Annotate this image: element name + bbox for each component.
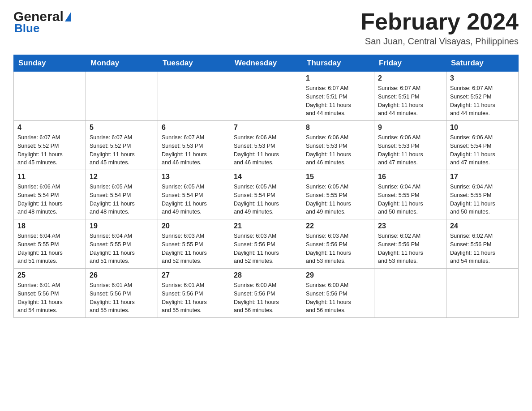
calendar-cell-w4-d6: 23Sunrise: 6:02 AMSunset: 5:56 PMDayligh… — [374, 219, 446, 269]
month-year-title: February 2024 — [360, 9, 519, 34]
week-row-1: 1Sunrise: 6:07 AMSunset: 5:51 PMDaylight… — [14, 72, 519, 121]
day-info-15: Sunrise: 6:05 AMSunset: 5:55 PMDaylight:… — [306, 183, 370, 216]
day-number-2: 2 — [378, 74, 442, 82]
calendar-cell-w2-d2: 5Sunrise: 6:07 AMSunset: 5:52 PMDaylight… — [86, 121, 158, 170]
day-info-18: Sunrise: 6:04 AMSunset: 5:55 PMDaylight:… — [17, 232, 82, 265]
title-area: February 2024 San Juan, Central Visayas,… — [360, 9, 519, 47]
col-header-thursday: Thursday — [302, 55, 374, 72]
day-number-10: 10 — [450, 124, 515, 132]
day-info-11: Sunrise: 6:06 AMSunset: 5:54 PMDaylight:… — [17, 183, 82, 216]
calendar-cell-w3-d4: 14Sunrise: 6:05 AMSunset: 5:54 PMDayligh… — [230, 170, 302, 219]
day-info-9: Sunrise: 6:06 AMSunset: 5:53 PMDaylight:… — [378, 133, 442, 167]
day-number-7: 7 — [234, 124, 298, 132]
day-info-22: Sunrise: 6:03 AMSunset: 5:56 PMDaylight:… — [306, 232, 370, 265]
calendar-cell-w4-d1: 18Sunrise: 6:04 AMSunset: 5:55 PMDayligh… — [14, 219, 86, 269]
calendar-cell-w5-d1: 25Sunrise: 6:01 AMSunset: 5:56 PMDayligh… — [14, 269, 86, 318]
day-info-24: Sunrise: 6:02 AMSunset: 5:56 PMDaylight:… — [450, 232, 515, 265]
calendar-cell-w3-d7: 17Sunrise: 6:04 AMSunset: 5:55 PMDayligh… — [446, 170, 519, 219]
calendar-cell-w1-d6: 2Sunrise: 6:07 AMSunset: 5:51 PMDaylight… — [374, 72, 446, 121]
day-info-12: Sunrise: 6:05 AMSunset: 5:54 PMDaylight:… — [90, 183, 154, 216]
week-row-3: 11Sunrise: 6:06 AMSunset: 5:54 PMDayligh… — [14, 170, 519, 219]
day-number-14: 14 — [234, 173, 298, 181]
calendar-cell-w2-d3: 6Sunrise: 6:07 AMSunset: 5:53 PMDaylight… — [158, 121, 230, 170]
day-number-11: 11 — [17, 173, 82, 181]
day-info-2: Sunrise: 6:07 AMSunset: 5:51 PMDaylight:… — [378, 84, 442, 118]
calendar-cell-w1-d7: 3Sunrise: 6:07 AMSunset: 5:52 PMDaylight… — [446, 72, 519, 121]
col-header-monday: Monday — [86, 55, 158, 72]
calendar-cell-w4-d5: 22Sunrise: 6:03 AMSunset: 5:56 PMDayligh… — [302, 219, 374, 269]
logo-arrow-icon — [65, 12, 71, 21]
calendar-cell-w3-d6: 16Sunrise: 6:04 AMSunset: 5:55 PMDayligh… — [374, 170, 446, 219]
calendar-header-row: Sunday Monday Tuesday Wednesday Thursday… — [14, 55, 519, 72]
day-number-8: 8 — [306, 124, 370, 132]
day-number-23: 23 — [378, 222, 442, 230]
day-info-8: Sunrise: 6:06 AMSunset: 5:53 PMDaylight:… — [306, 133, 370, 167]
day-number-20: 20 — [162, 222, 226, 230]
day-info-26: Sunrise: 6:01 AMSunset: 5:56 PMDaylight:… — [90, 281, 154, 315]
day-info-23: Sunrise: 6:02 AMSunset: 5:56 PMDaylight:… — [378, 232, 442, 265]
day-number-17: 17 — [450, 173, 515, 181]
day-number-29: 29 — [306, 271, 370, 279]
calendar-cell-w1-d2 — [86, 72, 158, 121]
calendar-cell-w1-d3 — [158, 72, 230, 121]
day-number-24: 24 — [450, 222, 515, 230]
calendar-cell-w2-d4: 7Sunrise: 6:06 AMSunset: 5:53 PMDaylight… — [230, 121, 302, 170]
calendar-cell-w1-d1 — [14, 72, 86, 121]
day-info-28: Sunrise: 6:00 AMSunset: 5:56 PMDaylight:… — [234, 281, 298, 315]
day-number-19: 19 — [90, 222, 154, 230]
day-number-16: 16 — [378, 173, 442, 181]
calendar-cell-w3-d1: 11Sunrise: 6:06 AMSunset: 5:54 PMDayligh… — [14, 170, 86, 219]
day-info-17: Sunrise: 6:04 AMSunset: 5:55 PMDaylight:… — [450, 183, 515, 216]
day-info-29: Sunrise: 6:00 AMSunset: 5:56 PMDaylight:… — [306, 281, 370, 315]
day-info-20: Sunrise: 6:03 AMSunset: 5:55 PMDaylight:… — [162, 232, 226, 265]
calendar-cell-w2-d1: 4Sunrise: 6:07 AMSunset: 5:52 PMDaylight… — [14, 121, 86, 170]
calendar-cell-w5-d7 — [446, 269, 519, 318]
col-header-wednesday: Wednesday — [230, 55, 302, 72]
week-row-2: 4Sunrise: 6:07 AMSunset: 5:52 PMDaylight… — [14, 121, 519, 170]
calendar-cell-w3-d3: 13Sunrise: 6:05 AMSunset: 5:54 PMDayligh… — [158, 170, 230, 219]
calendar-cell-w2-d7: 10Sunrise: 6:06 AMSunset: 5:54 PMDayligh… — [446, 121, 519, 170]
day-number-9: 9 — [378, 124, 442, 132]
day-number-12: 12 — [90, 173, 154, 181]
calendar-cell-w5-d3: 27Sunrise: 6:01 AMSunset: 5:56 PMDayligh… — [158, 269, 230, 318]
day-info-1: Sunrise: 6:07 AMSunset: 5:51 PMDaylight:… — [306, 84, 370, 118]
day-number-25: 25 — [17, 271, 82, 279]
calendar-cell-w5-d2: 26Sunrise: 6:01 AMSunset: 5:56 PMDayligh… — [86, 269, 158, 318]
col-header-friday: Friday — [374, 55, 446, 72]
calendar-cell-w2-d6: 9Sunrise: 6:06 AMSunset: 5:53 PMDaylight… — [374, 121, 446, 170]
day-info-6: Sunrise: 6:07 AMSunset: 5:53 PMDaylight:… — [162, 133, 226, 167]
logo: General Blue — [13, 9, 71, 35]
calendar-cell-w3-d2: 12Sunrise: 6:05 AMSunset: 5:54 PMDayligh… — [86, 170, 158, 219]
day-number-15: 15 — [306, 173, 370, 181]
page-header: General Blue February 2024 San Juan, Cen… — [13, 9, 519, 47]
week-row-5: 25Sunrise: 6:01 AMSunset: 5:56 PMDayligh… — [14, 269, 519, 318]
day-info-4: Sunrise: 6:07 AMSunset: 5:52 PMDaylight:… — [17, 133, 82, 167]
calendar-cell-w4-d2: 19Sunrise: 6:04 AMSunset: 5:55 PMDayligh… — [86, 219, 158, 269]
day-info-25: Sunrise: 6:01 AMSunset: 5:56 PMDaylight:… — [17, 281, 82, 315]
day-info-3: Sunrise: 6:07 AMSunset: 5:52 PMDaylight:… — [450, 84, 515, 118]
day-number-18: 18 — [17, 222, 82, 230]
col-header-saturday: Saturday — [446, 55, 519, 72]
calendar-table: Sunday Monday Tuesday Wednesday Thursday… — [13, 55, 519, 318]
calendar-cell-w2-d5: 8Sunrise: 6:06 AMSunset: 5:53 PMDaylight… — [302, 121, 374, 170]
day-info-27: Sunrise: 6:01 AMSunset: 5:56 PMDaylight:… — [162, 281, 226, 315]
day-info-14: Sunrise: 6:05 AMSunset: 5:54 PMDaylight:… — [234, 183, 298, 216]
day-number-5: 5 — [90, 124, 154, 132]
day-number-4: 4 — [17, 124, 82, 132]
day-info-19: Sunrise: 6:04 AMSunset: 5:55 PMDaylight:… — [90, 232, 154, 265]
calendar-cell-w1-d5: 1Sunrise: 6:07 AMSunset: 5:51 PMDaylight… — [302, 72, 374, 121]
day-number-3: 3 — [450, 74, 515, 82]
day-info-21: Sunrise: 6:03 AMSunset: 5:56 PMDaylight:… — [234, 232, 298, 265]
calendar-cell-w5-d5: 29Sunrise: 6:00 AMSunset: 5:56 PMDayligh… — [302, 269, 374, 318]
calendar-cell-w5-d4: 28Sunrise: 6:00 AMSunset: 5:56 PMDayligh… — [230, 269, 302, 318]
day-number-22: 22 — [306, 222, 370, 230]
day-number-6: 6 — [162, 124, 226, 132]
day-number-21: 21 — [234, 222, 298, 230]
week-row-4: 18Sunrise: 6:04 AMSunset: 5:55 PMDayligh… — [14, 219, 519, 269]
day-info-16: Sunrise: 6:04 AMSunset: 5:55 PMDaylight:… — [378, 183, 442, 216]
calendar-cell-w5-d6 — [374, 269, 446, 318]
day-info-13: Sunrise: 6:05 AMSunset: 5:54 PMDaylight:… — [162, 183, 226, 216]
day-info-5: Sunrise: 6:07 AMSunset: 5:52 PMDaylight:… — [90, 133, 154, 167]
calendar-cell-w1-d4 — [230, 72, 302, 121]
calendar-cell-w4-d7: 24Sunrise: 6:02 AMSunset: 5:56 PMDayligh… — [446, 219, 519, 269]
